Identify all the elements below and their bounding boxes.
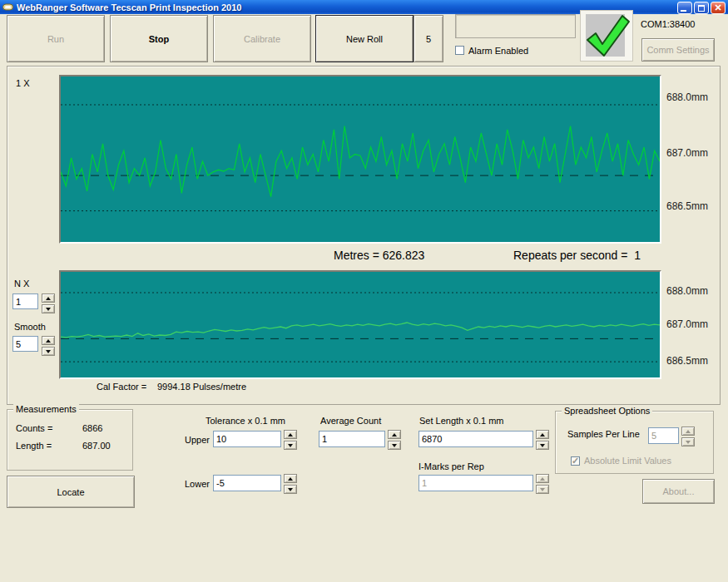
app-icon (2, 2, 13, 12)
minimize-icon (681, 10, 686, 12)
samples-per-line-input (648, 427, 679, 444)
one-x-label: 1 X (16, 78, 30, 88)
average-spin-down[interactable] (388, 441, 401, 450)
repeat-count-box: 5 (414, 15, 443, 62)
samples-spin-down (681, 437, 695, 446)
chart-nx-plot (59, 270, 661, 379)
repeats-readout: Repeats per second = 1 (513, 249, 641, 262)
measurements-title: Measurements (13, 404, 79, 414)
ok-indicator-panel (580, 10, 633, 62)
new-roll-button[interactable]: New Roll (315, 15, 414, 62)
restore-icon (698, 5, 705, 12)
samples-per-line-label: Samples Per Line (567, 429, 640, 439)
alarm-enabled-label: Alarm Enabled (468, 46, 528, 56)
upper-label: Upper (185, 435, 210, 445)
measurements-group: Measurements Counts = 6866 Length = 687.… (7, 409, 133, 471)
main-panel: 1 X 688.0mm 687.0mm 686.5mm Metres = 626… (7, 66, 721, 405)
smooth-spin-up[interactable] (42, 336, 55, 345)
imarks-label: I-Marks per Rep (418, 461, 484, 471)
metres-readout: Metres = 626.823 (334, 249, 424, 262)
n-x-spin-up[interactable] (42, 293, 55, 303)
average-count-input[interactable] (319, 431, 385, 447)
lower-input[interactable] (213, 475, 281, 491)
minimize-button[interactable] (677, 2, 692, 14)
set-length-spin-down[interactable] (536, 441, 549, 450)
upper-spin-up[interactable] (284, 430, 297, 439)
set-length-input[interactable] (418, 431, 533, 447)
app-window: WebRanger Software Tecscan Print Inspect… (0, 0, 728, 582)
lower-label: Lower (185, 479, 210, 489)
upper-input[interactable] (213, 431, 281, 447)
chart1-axis-687: 687.0mm (666, 147, 708, 159)
absolute-limit-label: Absolute Limit Values (584, 456, 671, 466)
chart2-axis-688: 688.0mm (666, 285, 708, 297)
length-value: 687.00 (82, 441, 111, 451)
imarks-spin-down (536, 485, 549, 494)
chart2-axis-687: 687.0mm (666, 318, 708, 330)
close-button[interactable]: ✕ (711, 2, 726, 14)
spreadsheet-options-title: Spreadsheet Options (562, 406, 652, 416)
spreadsheet-options-group: Spreadsheet Options Samples Per Line Abs… (555, 411, 714, 474)
alarm-enabled-checkbox[interactable] (455, 46, 464, 55)
imarks-spin-up (536, 474, 549, 483)
lower-spin-up[interactable] (284, 474, 297, 483)
smooth-input[interactable] (12, 336, 38, 352)
samples-spin-up (681, 427, 695, 436)
smooth-label: Smooth (14, 322, 46, 332)
window-title: WebRanger Software Tecscan Print Inspect… (17, 2, 241, 12)
calibrate-button: Calibrate (213, 15, 311, 62)
n-x-label: N X (14, 279, 29, 289)
about-button: About... (642, 479, 715, 504)
length-label: Length = (16, 441, 52, 451)
chart1-axis-686: 686.5mm (666, 200, 708, 212)
ok-check-icon (582, 11, 631, 59)
chart-1x-svg (61, 76, 660, 242)
com-status: COM1:38400 (641, 19, 695, 29)
upper-spin-down[interactable] (284, 441, 297, 450)
restore-button[interactable] (694, 2, 709, 14)
stop-button[interactable]: Stop (110, 15, 208, 62)
locate-button[interactable]: Locate (7, 476, 135, 508)
close-icon: ✕ (711, 2, 725, 13)
counts-label: Counts = (16, 423, 52, 433)
cal-factor-label: Cal Factor = (97, 382, 146, 392)
set-length-spin-up[interactable] (536, 430, 549, 439)
average-count-title: Average Count (320, 416, 381, 426)
comm-settings-button: Comm Settings (641, 38, 715, 62)
status-panel (455, 14, 576, 38)
smooth-spin-down[interactable] (42, 347, 55, 356)
n-x-input[interactable] (12, 293, 38, 309)
average-spin-up[interactable] (388, 430, 401, 439)
chart1-axis-688: 688.0mm (666, 91, 708, 103)
lower-spin-down[interactable] (284, 485, 297, 494)
set-length-title: Set Length x 0.1 mm (419, 416, 504, 426)
imarks-input (418, 475, 533, 491)
n-x-spin-down[interactable] (42, 304, 55, 313)
run-button: Run (7, 15, 105, 62)
chart-nx-svg (61, 272, 660, 377)
cal-factor-value: 9994.18 Pulses/metre (157, 382, 246, 392)
counts-value: 6866 (82, 423, 102, 433)
absolute-limit-checkbox (571, 456, 580, 466)
chart-1x-plot (59, 75, 661, 244)
tolerance-title: Tolerance x 0.1 mm (206, 416, 285, 426)
chart2-axis-686: 686.5mm (666, 355, 708, 367)
